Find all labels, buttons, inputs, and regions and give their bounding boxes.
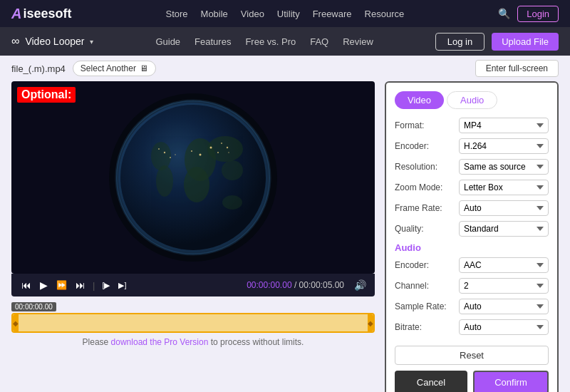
left-handle-icon: ◆	[13, 319, 19, 327]
cancel-button[interactable]: Cancel	[395, 371, 467, 392]
file-bar-left: file_(.m).mp4 Select Another 🖥	[11, 61, 156, 76]
select-another-button[interactable]: Select Another 🖥	[73, 61, 156, 76]
settings-row-channel: Channel: 2	[395, 278, 549, 294]
audio-encoder-label: Encoder:	[395, 260, 459, 270]
nav-utility[interactable]: Utility	[277, 9, 300, 19]
nav-review[interactable]: Review	[343, 36, 373, 47]
timeline-area: 00:00:00.00 ◆ ◆	[11, 301, 375, 333]
login-button[interactable]: Log in	[435, 33, 484, 51]
nav-guide[interactable]: Guide	[155, 36, 180, 47]
svg-point-17	[170, 157, 171, 158]
timeline-bar[interactable]: ◆ ◆	[11, 313, 375, 333]
bitrate-label: Bitrate:	[395, 322, 459, 332]
encoder-select[interactable]: H.264	[459, 138, 549, 154]
loop-in-button[interactable]: [▶	[100, 279, 111, 292]
reset-button-area: Reset	[395, 346, 549, 365]
settings-row-encoder: Encoder: H.264	[395, 138, 549, 154]
svg-point-20	[228, 152, 229, 153]
settings-row-zoommode: Zoom Mode: Letter Box	[395, 180, 549, 195]
forward-frame-button[interactable]: ⏩	[55, 279, 68, 292]
nav-faq[interactable]: FAQ	[310, 36, 328, 47]
svg-point-15	[164, 152, 165, 153]
loop-out-button[interactable]: ▶]	[117, 279, 128, 292]
time-display: 00:00:00.00 / 00:00:05.00	[247, 280, 344, 290]
top-nav-links: Store Mobile Video Utility Freeware Reso…	[165, 9, 404, 19]
divider: |	[93, 280, 95, 291]
svg-point-10	[200, 154, 202, 156]
svg-point-7	[207, 136, 243, 162]
search-icon[interactable]: 🔍	[498, 8, 510, 19]
encoder-label: Encoder:	[395, 141, 459, 151]
nav-video[interactable]: Video	[241, 9, 264, 19]
settings-row-format: Format: MP4	[395, 118, 549, 133]
settings-panel: Video Audio Format: MP4 Encoder: H.264	[385, 81, 559, 392]
bitrate-select[interactable]: Auto	[459, 319, 549, 335]
audio-encoder-select[interactable]: AAC	[459, 257, 549, 273]
volume-icon[interactable]: 🔊	[354, 279, 366, 291]
right-handle-icon: ◆	[368, 319, 373, 327]
svg-point-13	[221, 143, 222, 144]
second-nav-right: Log in Upload File	[435, 33, 559, 51]
loop-icon: ∞	[11, 35, 19, 48]
top-nav-right: 🔍 Login	[498, 6, 559, 22]
framerate-select[interactable]: Auto	[459, 200, 549, 216]
settings-row-resolution: Resolution: Same as source	[395, 159, 549, 175]
quality-select[interactable]: Standard	[459, 221, 549, 237]
reset-button[interactable]: Reset	[395, 346, 549, 365]
nav-features[interactable]: Features	[195, 36, 231, 47]
action-buttons: Cancel Confirm	[395, 371, 549, 392]
play-button[interactable]: ▶	[38, 278, 49, 292]
channel-label: Channel:	[395, 281, 459, 291]
confirm-button[interactable]: Confirm	[473, 371, 549, 392]
svg-point-8	[222, 160, 243, 180]
samplerate-select[interactable]: Auto	[459, 299, 549, 314]
settings-row-quality: Quality: Standard	[395, 221, 549, 237]
framerate-label: Frame Rate:	[395, 203, 459, 213]
nav-mobile[interactable]: Mobile	[201, 9, 228, 19]
zoommode-label: Zoom Mode:	[395, 182, 459, 192]
pro-notice: Please download the Pro Version to proce…	[11, 337, 375, 347]
svg-point-19	[217, 152, 219, 153]
nav-store[interactable]: Store	[165, 9, 187, 19]
skip-button[interactable]: ⏭	[74, 278, 87, 292]
channel-select[interactable]: 2	[459, 278, 549, 294]
app-title-area: ∞ Video Looper ▾	[11, 35, 93, 48]
settings-row-samplerate: Sample Rate: Auto	[395, 299, 549, 314]
file-bar: file_(.m).mp4 Select Another 🖥 Enter ful…	[0, 56, 570, 81]
format-label: Format:	[395, 120, 459, 130]
rewind-button[interactable]: ⏮	[20, 278, 33, 292]
svg-point-14	[227, 147, 228, 148]
settings-row-audio-encoder: Encoder: AAC	[395, 257, 549, 273]
video-controls: ⏮ ▶ ⏩ ⏭ | [▶ ▶] 00:00:00.00 / 00:00:05.0…	[11, 274, 375, 296]
settings-row-framerate: Frame Rate: Auto	[395, 200, 549, 216]
top-login-button[interactable]: Login	[517, 6, 559, 22]
settings-tabs: Video Audio	[395, 91, 549, 109]
second-navbar: ∞ Video Looper ▾ Guide Features Free vs.…	[0, 27, 570, 56]
svg-point-9	[222, 195, 242, 210]
quality-label: Quality:	[395, 224, 459, 234]
chevron-down-icon[interactable]: ▾	[90, 38, 93, 46]
timeline-handle-right[interactable]: ◆	[368, 314, 373, 331]
main-content: Optional:	[0, 81, 570, 392]
svg-point-4	[184, 167, 209, 202]
upload-file-button[interactable]: Upload File	[492, 33, 559, 51]
nav-free-vs-pro[interactable]: Free vs. Pro	[245, 36, 296, 47]
file-name: file_(.m).mp4	[11, 63, 66, 74]
svg-point-16	[158, 148, 160, 150]
resolution-select[interactable]: Same as source	[459, 159, 549, 175]
app-name: Video Looper	[25, 36, 84, 47]
fullscreen-button[interactable]: Enter full-screen	[475, 60, 559, 77]
svg-point-11	[191, 150, 192, 152]
timeline-handle-left[interactable]: ◆	[13, 314, 19, 331]
tab-video[interactable]: Video	[395, 91, 444, 109]
samplerate-label: Sample Rate:	[395, 301, 459, 311]
earth-graphic	[108, 92, 279, 263]
nav-freeware[interactable]: Freeware	[313, 9, 352, 19]
format-select[interactable]: MP4	[459, 118, 549, 133]
zoommode-select[interactable]: Letter Box	[459, 180, 549, 195]
nav-resource[interactable]: Resource	[365, 9, 405, 19]
pro-download-link[interactable]: download the Pro Version	[111, 337, 209, 347]
video-settings-rows: Format: MP4 Encoder: H.264 Resolution: S…	[395, 118, 549, 340]
tab-audio[interactable]: Audio	[447, 91, 497, 109]
svg-point-12	[210, 147, 212, 149]
